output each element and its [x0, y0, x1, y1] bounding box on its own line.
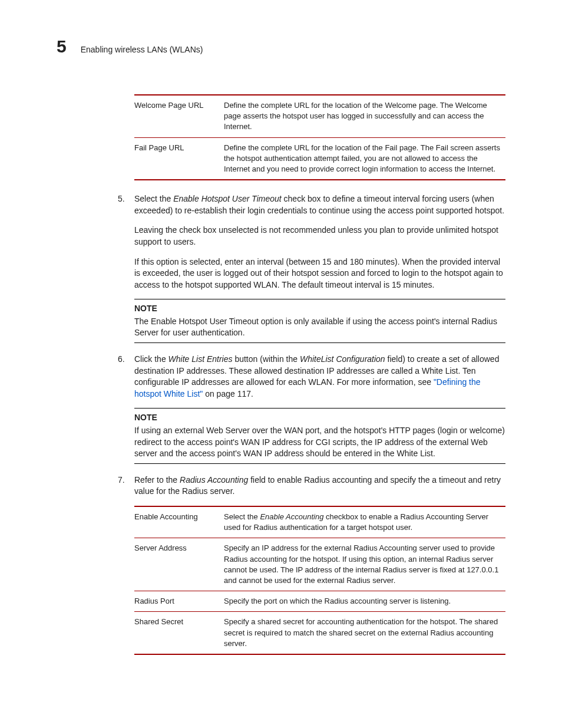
table-row: Welcome Page URL Define the complete URL…: [134, 95, 505, 138]
step-number: 7.: [118, 475, 134, 498]
header-title: Enabling wireless LANs (WLANs): [81, 44, 203, 56]
step-5: 5. Select the Enable Hotspot User Timeou…: [134, 193, 505, 291]
term: Fail Page URL: [134, 143, 224, 175]
definition-table-1: Welcome Page URL Define the complete URL…: [134, 94, 505, 180]
step-body: Click the White List Entries button (wit…: [134, 354, 505, 400]
table-row: Server Address Specify an IP address for…: [134, 538, 505, 591]
paragraph: Leaving the check box unselected is not …: [134, 225, 505, 248]
description: Select the Enable Accounting checkbox to…: [224, 512, 505, 533]
chapter-number: 5: [57, 34, 67, 59]
note-label: NOTE: [134, 412, 505, 424]
note-block: NOTE The Enable Hotspot User Timeout opt…: [134, 299, 505, 343]
term: Welcome Page URL: [134, 100, 224, 133]
note-text: The Enable Hotspot User Timeout option i…: [134, 316, 505, 339]
description: Specify an IP address for the external R…: [224, 543, 505, 586]
description: Specify a shared secret for accounting a…: [224, 617, 505, 649]
content: Welcome Page URL Define the complete URL…: [134, 94, 505, 655]
note-label: NOTE: [134, 303, 505, 315]
table-row: Fail Page URL Define the complete URL fo…: [134, 138, 505, 180]
note-text: If using an external Web Server over the…: [134, 425, 505, 460]
table-row: Shared Secret Specify a shared secret fo…: [134, 612, 505, 654]
step-body: Select the Enable Hotspot User Timeout c…: [134, 193, 505, 291]
term: Server Address: [134, 543, 224, 586]
description: Define the complete URL for the location…: [224, 143, 505, 175]
table-row: Radius Port Specify the port on which th…: [134, 591, 505, 612]
note-block: NOTE If using an external Web Server ove…: [134, 408, 505, 463]
paragraph: Refer to the Radius Accounting field to …: [134, 475, 505, 498]
paragraph: If this option is selected, enter an int…: [134, 256, 505, 291]
term: Enable Accounting: [134, 512, 224, 533]
paragraph: Click the White List Entries button (wit…: [134, 354, 505, 400]
paragraph: Select the Enable Hotspot User Timeout c…: [134, 193, 505, 216]
step-7: 7. Refer to the Radius Accounting field …: [134, 475, 505, 498]
term: Radius Port: [134, 596, 224, 607]
definition-table-2: Enable Accounting Select the Enable Acco…: [134, 506, 505, 655]
description: Specify the port on which the Radius acc…: [224, 596, 505, 607]
description: Define the complete URL for the location…: [224, 100, 505, 133]
step-body: Refer to the Radius Accounting field to …: [134, 475, 505, 498]
step-number: 5.: [118, 193, 134, 291]
step-number: 6.: [118, 354, 134, 400]
table-row: Enable Accounting Select the Enable Acco…: [134, 507, 505, 538]
term: Shared Secret: [134, 617, 224, 649]
page-header: 5 Enabling wireless LANs (WLANs): [57, 34, 505, 59]
step-6: 6. Click the White List Entries button (…: [134, 354, 505, 400]
